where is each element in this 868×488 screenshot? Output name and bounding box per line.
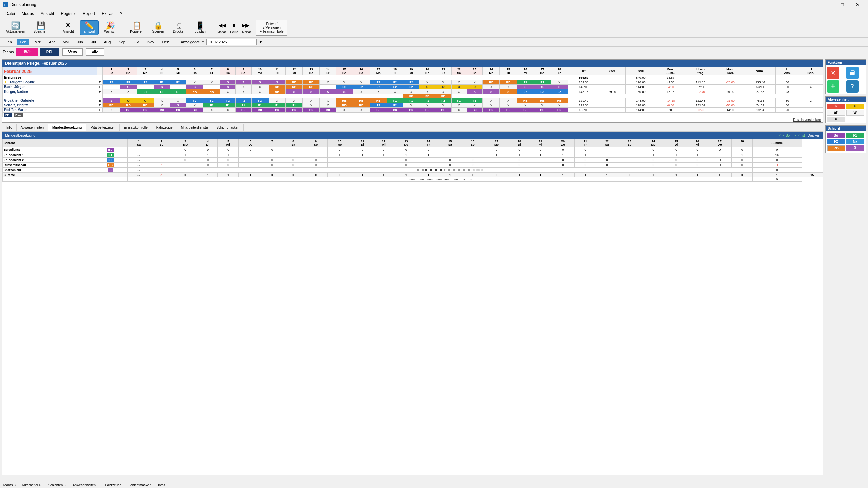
pfeiffer-name[interactable]: Pfeiffer, Martin: [3, 108, 97, 113]
bach-d6[interactable]: S: [186, 85, 203, 89]
pfeiffer-d13[interactable]: Bü: [303, 108, 320, 113]
scholz-d19[interactable]: X: [403, 103, 419, 108]
burger-d3[interactable]: F1: [137, 89, 154, 94]
menu-modus[interactable]: Modus: [19, 10, 37, 17]
glockner-d4[interactable]: X: [154, 98, 170, 103]
scholz-d8[interactable]: F1: [220, 103, 235, 108]
tab-mitarbeiterzeiten[interactable]: Mitarbeiterzeiten: [86, 124, 120, 131]
burger-d23[interactable]: S: [467, 89, 483, 94]
tab-mindestbesetzung[interactable]: Mindestbesetzung: [48, 124, 86, 131]
burger-d20[interactable]: X: [419, 89, 435, 94]
glockner-d9[interactable]: F2: [235, 98, 252, 103]
bach-d26[interactable]: S: [517, 85, 534, 89]
glockner-d10[interactable]: F2: [252, 98, 269, 103]
glockner-d19[interactable]: F1: [403, 98, 419, 103]
mb-drucken-button[interactable]: Drucken: [808, 134, 820, 137]
traugott-d26[interactable]: F1: [517, 80, 534, 85]
burger-d26[interactable]: F2: [517, 89, 534, 94]
team-verw[interactable]: Verw: [62, 48, 83, 56]
month-mrz[interactable]: Mrz: [32, 39, 44, 45]
glockner-d3[interactable]: U: [137, 98, 154, 103]
month-jul[interactable]: Jul: [88, 39, 99, 45]
menu-ansicht[interactable]: Ansicht: [38, 10, 57, 17]
pfeiffer-d21[interactable]: Bü: [435, 108, 452, 113]
pfeiffer-d28[interactable]: Bü: [551, 108, 568, 113]
scholz-d27[interactable]: X: [534, 103, 551, 108]
traugott-d6[interactable]: X: [186, 80, 203, 85]
glockner-d14[interactable]: X: [320, 98, 336, 103]
month-dez[interactable]: Dez: [159, 39, 172, 45]
scholz-d2[interactable]: RB: [120, 103, 137, 108]
burger-d25[interactable]: S: [500, 89, 517, 94]
close-button[interactable]: ✕: [850, 0, 865, 9]
traugott-d7[interactable]: X: [203, 80, 220, 85]
bach-d21[interactable]: U: [435, 85, 452, 89]
scholz-d5[interactable]: S: [170, 103, 186, 108]
next-month-button[interactable]: ▶▶: [240, 21, 251, 29]
pfeiffer-d14[interactable]: Bü: [320, 108, 336, 113]
pfeiffer-d7[interactable]: X: [203, 108, 220, 113]
traugott-d16[interactable]: X: [353, 80, 370, 85]
traugott-d15[interactable]: X: [336, 80, 353, 85]
scholz-d7[interactable]: F1: [203, 103, 220, 108]
copy-button[interactable]: [846, 67, 859, 79]
bach-d8[interactable]: S: [220, 85, 235, 89]
abwesenheit-k[interactable]: K: [827, 104, 845, 109]
burger-sub-d20[interactable]: RB: [419, 94, 435, 98]
scholz-name[interactable]: Scholz, Brigitte: [3, 103, 97, 108]
burger-d9[interactable]: X: [235, 89, 252, 94]
burger-d5[interactable]: F1: [170, 89, 186, 94]
pfeiffer-d5[interactable]: Bü: [170, 108, 186, 113]
glockner-d16[interactable]: RB: [353, 98, 370, 103]
burger-d27[interactable]: F2: [534, 89, 551, 94]
glockner-d20[interactable]: F1: [419, 98, 435, 103]
glockner-name[interactable]: Glöckner, Gabriele: [3, 98, 97, 103]
glockner-d25[interactable]: X: [500, 98, 517, 103]
abwesenheit-x[interactable]: X: [827, 117, 845, 122]
scholz-d3[interactable]: RB: [137, 103, 154, 108]
menu-register[interactable]: Register: [58, 10, 79, 17]
month-sep[interactable]: Sep: [116, 39, 129, 45]
glockner-d7[interactable]: F2: [203, 98, 220, 103]
traugott-d17[interactable]: F2: [370, 80, 387, 85]
bach-d5[interactable]: [170, 85, 186, 89]
schicht-f2[interactable]: F2: [827, 139, 845, 144]
month-jan[interactable]: Jan: [3, 39, 15, 45]
traugott-d28[interactable]: X: [551, 80, 568, 85]
glockner-d26[interactable]: RB: [517, 98, 534, 103]
pfeiffer-d3[interactable]: Bü: [137, 108, 154, 113]
burger-d10[interactable]: X: [252, 89, 269, 94]
month-nov[interactable]: Nov: [144, 39, 157, 45]
pfeiffer-d1[interactable]: X: [103, 108, 120, 113]
month-aug[interactable]: Aug: [101, 39, 114, 45]
maximize-button[interactable]: □: [835, 0, 850, 9]
traugott-d21[interactable]: X: [435, 80, 452, 85]
pfeiffer-d16[interactable]: X: [353, 108, 370, 113]
bach-d7[interactable]: [203, 85, 220, 89]
glockner-d22[interactable]: F1: [451, 98, 467, 103]
pfeiffer-d11[interactable]: Bü: [269, 108, 285, 113]
traugott-d20[interactable]: X: [419, 80, 435, 85]
abwesenheit-u[interactable]: U: [846, 104, 865, 109]
pfeiffer-d8[interactable]: X: [220, 108, 235, 113]
traugott-d12[interactable]: RB: [285, 80, 302, 85]
glockner-d8[interactable]: F2: [220, 98, 235, 103]
scholz-d23[interactable]: X: [467, 103, 483, 108]
tab-mitarbeiterdienste[interactable]: Mitarbeiterdienste: [177, 124, 212, 131]
bach-d14[interactable]: [320, 85, 336, 89]
date-dropdown-icon[interactable]: ▼: [259, 40, 262, 44]
scholz-d24[interactable]: X: [483, 103, 500, 108]
glockner-d13[interactable]: X: [303, 98, 320, 103]
pfeiffer-d27[interactable]: Bü: [534, 108, 551, 113]
scholz-d20[interactable]: X: [419, 103, 435, 108]
minimize-button[interactable]: ─: [819, 0, 834, 9]
traugott-d2[interactable]: F2: [120, 80, 137, 85]
burger-d14[interactable]: S: [320, 89, 336, 94]
schicht-bu[interactable]: Bü: [827, 133, 845, 138]
traugott-d13[interactable]: RB: [303, 80, 320, 85]
burger-sub-d21[interactable]: RB: [435, 94, 452, 98]
bach-d24[interactable]: X: [483, 85, 500, 89]
bach-d23[interactable]: U: [467, 85, 483, 89]
entwurf-button[interactable]: ✏️ Entwurf: [80, 20, 99, 35]
tab-abwesenheiten[interactable]: Abwesenheiten: [17, 124, 48, 131]
